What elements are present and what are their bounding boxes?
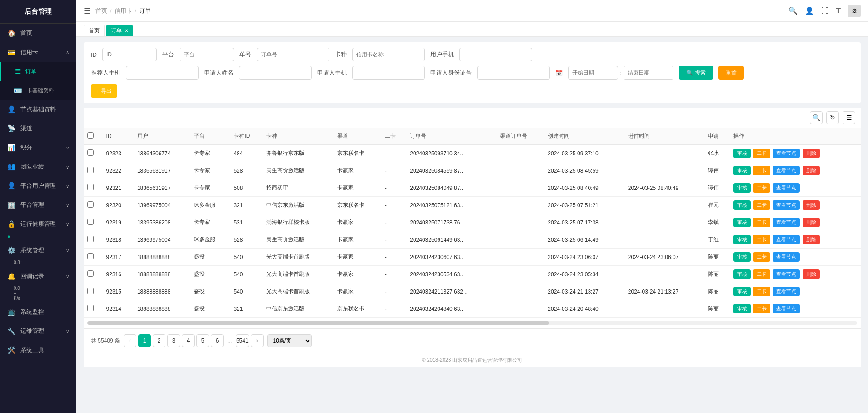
fullscreen-icon[interactable]: ⛶ [821,7,828,15]
delete-button[interactable]: 删除 [803,149,820,158]
sidebar-item-credit-card[interactable]: 💳 信用卡 ∧ [0,43,76,62]
tab-home[interactable]: 首页 [84,25,105,36]
row-select-checkbox[interactable] [87,201,94,208]
view-node-button[interactable]: 查看节点 [773,235,800,244]
card-type-input[interactable] [352,48,425,61]
row-select-checkbox[interactable] [87,184,94,190]
date-end-input[interactable] [624,66,673,80]
applicant-phone-input[interactable] [352,66,425,80]
row-select-checkbox[interactable] [87,288,94,294]
avatar[interactable]: 🖼 [848,5,861,17]
sidebar-item-sys-monitor[interactable]: 📺 系统监控 [0,303,76,322]
font-size-icon[interactable]: 𝗧 [836,6,841,15]
delete-button[interactable]: 删除 [803,269,820,279]
delete-button[interactable]: 删除 [803,166,820,175]
view-node-button[interactable]: 查看节点 [773,218,800,227]
toolbar-settings-btn[interactable]: ☰ [843,111,855,124]
sidebar-item-platform-user[interactable]: 👤 平台用户管理 ∨ [0,176,76,195]
page-next-btn[interactable]: › [251,334,264,347]
two-card-button[interactable]: 二卡 [753,218,770,227]
tab-order-close[interactable]: ✕ [125,28,128,33]
sidebar-item-home[interactable]: 🏠 首页 [0,24,76,43]
audit-button[interactable]: 审核 [733,269,751,279]
delete-button[interactable]: 删除 [803,200,820,210]
two-card-button[interactable]: 二卡 [753,304,770,313]
toolbar-refresh-btn[interactable]: ↻ [826,111,839,124]
page-size-select[interactable]: 10条/页 20条/页 50条/页 100条/页 [267,334,312,347]
order-no-input[interactable] [257,48,329,61]
two-card-button[interactable]: 二卡 [753,183,770,193]
view-node-button[interactable]: 查看节点 [773,166,800,175]
breadcrumb-credit-card[interactable]: 信用卡 [115,7,132,15]
page-btn-6[interactable]: 6 [211,334,224,347]
toolbar-search-btn[interactable]: 🔍 [810,111,823,124]
audit-button[interactable]: 审核 [733,235,751,244]
select-all-checkbox[interactable] [87,132,94,139]
row-select-checkbox[interactable] [87,219,94,225]
sidebar-item-order[interactable]: ☰ 订单 [0,62,76,81]
two-card-button[interactable]: 二卡 [753,252,770,262]
sidebar-item-score[interactable]: 📊 积分 ∨ [0,138,76,157]
sidebar-item-sys-mgmt[interactable]: ⚙️ 系统管理 ∨ [0,241,76,260]
horizontal-scrollbar[interactable] [84,318,861,328]
view-node-button[interactable]: 查看节点 [773,200,800,210]
sidebar-item-channel[interactable]: 📡 渠道 [0,119,76,138]
breadcrumb-home[interactable]: 首页 [95,7,107,15]
id-input[interactable] [102,48,157,61]
reset-button[interactable]: 重置 [718,66,744,80]
audit-button[interactable]: 审核 [733,304,751,313]
platform-input[interactable] [180,48,234,61]
user-icon[interactable]: 👤 [805,6,814,15]
two-card-button[interactable]: 二卡 [753,235,770,244]
audit-button[interactable]: 审核 [733,287,751,296]
page-btn-2[interactable]: 2 [153,334,165,347]
export-button[interactable]: ↑ 导出 [91,84,117,98]
audit-button[interactable]: 审核 [733,183,751,193]
two-card-button[interactable]: 二卡 [753,269,770,279]
page-btn-4[interactable]: 4 [182,334,195,347]
delete-button[interactable]: 删除 [803,235,820,244]
sidebar-item-node-base[interactable]: 👤 节点基础资料 [0,100,76,119]
sidebar-item-sys-tools[interactable]: 🛠️ 系统工具 [0,341,76,360]
page-btn-3[interactable]: 3 [167,334,180,347]
search-button[interactable]: 🔍 搜索 [679,66,713,80]
user-phone-input[interactable] [459,48,532,61]
recommend-phone-input[interactable] [126,66,199,80]
view-node-button[interactable]: 查看节点 [773,149,800,158]
page-btn-last[interactable]: 5541 [236,334,249,347]
audit-button[interactable]: 审核 [733,252,751,262]
view-node-button[interactable]: 查看节点 [773,287,800,296]
page-prev-btn[interactable]: ‹ [124,334,136,347]
row-select-checkbox[interactable] [87,167,94,173]
two-card-button[interactable]: 二卡 [753,166,770,175]
applicant-name-input[interactable] [239,66,312,80]
applicant-id-input[interactable] [477,66,550,80]
page-btn-5[interactable]: 5 [196,334,209,347]
two-card-button[interactable]: 二卡 [753,200,770,210]
row-select-checkbox[interactable] [87,149,94,156]
audit-button[interactable]: 审核 [733,218,751,227]
row-select-checkbox[interactable] [87,305,94,311]
sidebar-item-team-perf[interactable]: 👥 团队业绩 ∨ [0,157,76,176]
search-icon[interactable]: 🔍 [788,6,798,15]
page-btn-1[interactable]: 1 [138,334,151,347]
tab-order[interactable]: 订单 ✕ [106,25,133,36]
row-select-checkbox[interactable] [87,270,94,277]
view-node-button[interactable]: 查看节点 [773,304,800,313]
view-node-button[interactable]: 查看节点 [773,269,800,279]
view-node-button[interactable]: 查看节点 [773,252,800,262]
audit-button[interactable]: 审核 [733,149,751,158]
delete-button[interactable]: 删除 [803,218,820,227]
sidebar-item-ops-mgmt[interactable]: 🔧 运维管理 ∨ [0,322,76,341]
date-start-input[interactable] [568,66,618,80]
two-card-button[interactable]: 二卡 [753,149,770,158]
row-select-checkbox[interactable] [87,253,94,259]
menu-toggle-icon[interactable]: ☰ [84,6,91,16]
sidebar-item-recall[interactable]: 🔔 回调记录 ∨ [0,267,76,286]
row-select-checkbox[interactable] [87,236,94,242]
audit-button[interactable]: 审核 [733,200,751,210]
sidebar-item-card-base[interactable]: 🪪 卡基础资料 [0,81,76,100]
sidebar-item-platform-mgmt[interactable]: 🏢 平台管理 ∨ [0,195,76,214]
sidebar-item-health-mgmt[interactable]: 🔒 运行健康管理 ∨ [0,214,76,234]
audit-button[interactable]: 审核 [733,166,751,175]
